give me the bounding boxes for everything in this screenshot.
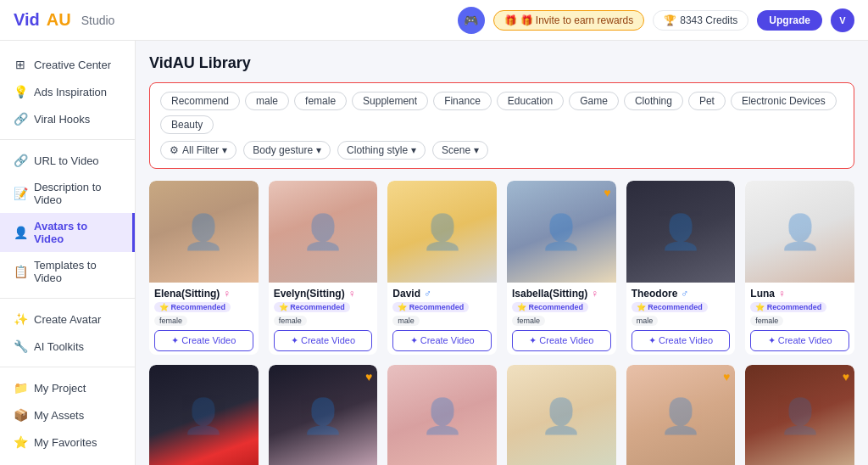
sidebar-item-my-assets[interactable]: 📦 My Assets xyxy=(0,401,135,429)
header-actions: 🎮 🎁 🎁 Invite to earn rewards 🏆 8343 Cred… xyxy=(458,7,854,34)
avatar-card-10[interactable]: 👤 Aria ♀ female ✦ Create Video xyxy=(507,365,616,465)
gender-symbol-theodore: ♂ xyxy=(681,288,688,300)
sidebar-item-create-avatar[interactable]: ✨ Create Avatar xyxy=(0,305,135,333)
avatar-image-11: 👤 ♥ xyxy=(626,365,736,465)
sidebar-item-url-to-video[interactable]: 🔗 URL to Video xyxy=(0,147,135,174)
discord-button[interactable]: 🎮 xyxy=(458,7,485,34)
sidebar-item-templates-to-video[interactable]: 📋 Templates to Video xyxy=(0,252,135,291)
all-filter-dropdown[interactable]: ⚙ All Filter ▾ xyxy=(160,141,236,160)
sidebar-item-viral-hooks[interactable]: 🔗 Viral Hooks xyxy=(0,105,135,132)
tag-recommended-david: ⭐ Recommended xyxy=(392,302,469,312)
filter-tags-row: Recommend male female Supplement Finance… xyxy=(160,92,843,134)
viral-hooks-icon: 🔗 xyxy=(14,112,27,126)
avatar-info-theodore: Theodore ♂ ⭐ Recommended male ✦ Create V… xyxy=(626,283,736,355)
avatar-grid-row2: 👤 Kyle ♂ male ✦ Create Video xyxy=(149,365,854,465)
create-video-button-luna[interactable]: ✦ Create Video xyxy=(750,330,849,351)
filter-tag-game[interactable]: Game xyxy=(569,92,619,110)
sidebar-item-ai-toolkits[interactable]: 🔧 AI Toolkits xyxy=(0,333,135,360)
heart-icon-12: ♥ xyxy=(843,370,849,384)
tag-recommended-evelyn: ⭐ Recommended xyxy=(274,302,350,312)
avatar-name-isabella: Isabella(Sitting) ♀ xyxy=(512,288,611,300)
sidebar-label-avatars-to-video: Avatars to Video xyxy=(34,220,119,245)
my-assets-icon: 📦 xyxy=(14,408,27,422)
tag-gender-david: male xyxy=(392,316,420,326)
main-layout: ⊞ Creative Center 💡 Ads Inspiration 🔗 Vi… xyxy=(0,41,868,465)
sidebar-label-my-project: My Project xyxy=(34,382,86,395)
sidebar-label-ads-inspiration: Ads Inspiration xyxy=(34,86,107,98)
filter-tag-female[interactable]: female xyxy=(294,92,347,110)
content-area: VidAU Library Recommend male female Supp… xyxy=(136,41,868,465)
sidebar-item-my-project[interactable]: 📁 My Project xyxy=(0,374,135,401)
heart-icon-8: ♥ xyxy=(365,370,372,384)
tag-gender-theodore: male xyxy=(632,316,659,326)
sidebar-label-url-to-video: URL to Video xyxy=(34,154,99,167)
avatar-card-9[interactable]: 👤 Mia ♀ female ✦ Create Video xyxy=(387,365,497,465)
avatar-card-isabella[interactable]: 👤 ♥ Isabella(Sitting) ♀ ⭐ Recommended fe… xyxy=(507,181,616,355)
url-to-video-icon: 🔗 xyxy=(14,154,27,167)
avatar-tags-david: ⭐ Recommended male xyxy=(392,302,492,326)
user-avatar[interactable]: V xyxy=(831,8,854,32)
my-project-icon: 📁 xyxy=(14,381,27,395)
tag-recommended-isabella: ⭐ Recommended xyxy=(512,302,588,312)
avatar-image-elena: 👤 xyxy=(149,181,259,283)
avatar-name-david: David ♂ xyxy=(392,288,492,300)
avatar-card-8[interactable]: 👤 ♥ Sophia ♀ female ✦ Create Video xyxy=(269,365,378,465)
filter-tag-education[interactable]: Education xyxy=(497,92,564,110)
sidebar-label-creative-center: Creative Center xyxy=(34,59,111,71)
ai-toolkits-icon: 🔧 xyxy=(14,339,27,353)
scene-chevron: ▾ xyxy=(474,144,479,156)
avatar-card-theodore[interactable]: 👤 Theodore ♂ ⭐ Recommended male ✦ Create… xyxy=(626,181,736,355)
avatar-card-david[interactable]: 👤 David ♂ ⭐ Recommended male ✦ Create Vi… xyxy=(387,181,497,355)
avatar-image-evelyn: 👤 xyxy=(269,181,378,283)
avatar-card-12[interactable]: 👤 ♥ Zoe ♀ female ✦ Create Video xyxy=(745,365,854,465)
invite-button[interactable]: 🎁 🎁 Invite to earn rewards xyxy=(493,10,645,31)
avatar-card-elena[interactable]: 👤 Elena(Sitting) ♀ ⭐ Recommended female … xyxy=(149,181,259,355)
filter-tag-pet[interactable]: Pet xyxy=(688,92,726,110)
avatar-card-luna[interactable]: 👤 Luna ♀ ⭐ Recommended female ✦ Create V… xyxy=(745,181,854,355)
avatar-image-8: 👤 ♥ xyxy=(269,365,378,465)
filter-dropdowns-row: ⚙ All Filter ▾ Body gesture ▾ Clothing s… xyxy=(160,141,843,160)
clothing-style-dropdown[interactable]: Clothing style ▾ xyxy=(337,141,426,160)
avatar-name-elena: Elena(Sitting) ♀ xyxy=(154,288,253,300)
invite-icon: 🎁 xyxy=(504,14,517,26)
avatar-image-luna: 👤 xyxy=(745,181,854,283)
sidebar-item-avatars-to-video[interactable]: 👤 Avatars to Video xyxy=(0,213,135,252)
filter-tag-male[interactable]: male xyxy=(245,92,289,110)
sidebar-label-templates-to-video: Templates to Video xyxy=(34,259,121,284)
sidebar-item-description-to-video[interactable]: 📝 Description to Video xyxy=(0,174,135,213)
my-favorites-icon: ⭐ xyxy=(14,435,27,449)
create-video-button-evelyn[interactable]: ✦ Create Video xyxy=(274,330,373,351)
create-video-button-theodore[interactable]: ✦ Create Video xyxy=(632,330,731,351)
filter-tag-clothing[interactable]: Clothing xyxy=(624,92,683,110)
clothing-style-label: Clothing style xyxy=(347,144,408,156)
avatar-grid-row1: 👤 Elena(Sitting) ♀ ⭐ Recommended female … xyxy=(149,181,854,355)
avatar-name-theodore: Theodore ♂ xyxy=(632,288,731,300)
upgrade-button[interactable]: Upgrade xyxy=(757,10,822,31)
sidebar-item-my-favorites[interactable]: ⭐ My Favorites xyxy=(0,429,135,456)
page-title: VidAU Library xyxy=(149,54,854,72)
gender-symbol-evelyn: ♀ xyxy=(348,288,356,300)
sidebar: ⊞ Creative Center 💡 Ads Inspiration 🔗 Vi… xyxy=(0,41,136,465)
sidebar-divider-3 xyxy=(0,367,135,367)
avatar-card-11[interactable]: 👤 ♥ Chloe ♀ female ✦ Create Video xyxy=(626,365,736,465)
filter-tag-recommend[interactable]: Recommend xyxy=(160,92,240,110)
sidebar-item-creative-center[interactable]: ⊞ Creative Center xyxy=(0,51,135,78)
sidebar-label-create-avatar: Create Avatar xyxy=(34,313,101,326)
tag-recommended-elena: ⭐ Recommended xyxy=(154,302,231,312)
avatar-card-evelyn[interactable]: 👤 Evelyn(Sitting) ♀ ⭐ Recommended female… xyxy=(269,181,378,355)
filter-tag-beauty[interactable]: Beauty xyxy=(160,115,214,134)
filter-tag-finance[interactable]: Finance xyxy=(433,92,492,110)
create-video-button-david[interactable]: ✦ Create Video xyxy=(392,330,492,351)
create-video-button-elena[interactable]: ✦ Create Video xyxy=(154,330,253,351)
heart-icon-isabella: ♥ xyxy=(604,186,610,199)
credits-value: 8343 Credits xyxy=(680,14,737,26)
filter-tag-supplement[interactable]: Supplement xyxy=(352,92,428,110)
create-video-button-isabella[interactable]: ✦ Create Video xyxy=(512,330,611,351)
scene-dropdown[interactable]: Scene ▾ xyxy=(432,141,488,160)
avatar-card-7[interactable]: 👤 Kyle ♂ male ✦ Create Video xyxy=(149,365,259,465)
create-avatar-icon: ✨ xyxy=(14,312,27,326)
filter-tag-electronic-devices[interactable]: Electronic Devices xyxy=(731,92,837,110)
sidebar-label-description-to-video: Description to Video xyxy=(34,181,121,206)
body-gesture-dropdown[interactable]: Body gesture ▾ xyxy=(243,141,331,160)
sidebar-item-ads-inspiration[interactable]: 💡 Ads Inspiration xyxy=(0,78,135,105)
